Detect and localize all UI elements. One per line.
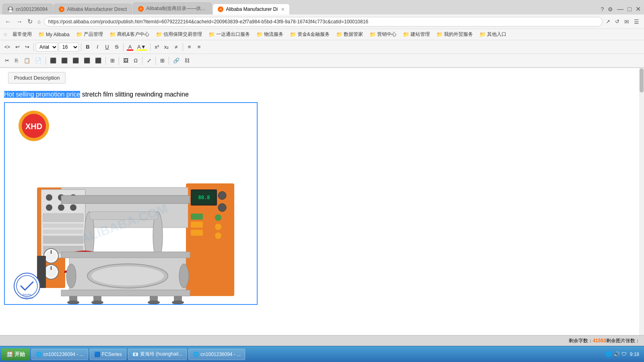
bookmark-trade[interactable]: 📁 我的外贸服务 — [435, 30, 475, 39]
bookmark-export-label: 一达通出口服务 — [216, 31, 250, 38]
forward-button[interactable]: → — [14, 17, 24, 26]
bookmark-credit[interactable]: 📁 信用保障交易管理 — [154, 30, 204, 39]
scrollbar-track[interactable] — [639, 68, 644, 335]
bookmark-logistics[interactable]: 📁 物流服务 — [255, 30, 285, 39]
undo-button[interactable]: ↩ — [13, 43, 22, 51]
strikethrough-button[interactable]: S — [112, 43, 121, 51]
sep11 — [169, 57, 169, 65]
outdent-button[interactable]: ≡ — [195, 43, 204, 51]
folder-icon6: 📁 — [256, 31, 263, 37]
svg-text:Supplier: Supplier — [23, 293, 31, 296]
taskbar-system-icons: 🌐 🔊 🛡 9:18 — [605, 351, 642, 357]
sep1 — [33, 43, 34, 51]
status-right: 剩余字数：41553剩余图片张数： — [569, 337, 640, 344]
font-size-select[interactable]: 16 — [59, 43, 79, 51]
window-close-button[interactable]: ✕ — [634, 4, 642, 14]
product-description-tab[interactable]: Product Description — [8, 72, 66, 84]
align-center-button[interactable]: ⬛ — [59, 56, 70, 65]
redo-button[interactable]: ↪ — [23, 43, 31, 51]
paste-text-button[interactable]: 📄 — [33, 56, 43, 65]
tab-profile[interactable]: cn1001236094 — [2, 4, 53, 14]
bookmark-data[interactable]: 📁 数据管家 — [334, 30, 365, 39]
window-minimize-button[interactable]: — — [615, 5, 625, 14]
taskbar-item-cn1001[interactable]: 🌐 cn1001236094 - ... — [31, 349, 88, 360]
network-icon[interactable]: 🌐 — [605, 351, 612, 357]
back-button[interactable]: ← — [3, 17, 13, 26]
bookmark-product[interactable]: 📁 产品管理 — [74, 30, 105, 39]
tab-bar: cn1001236094 A Alibaba Manufacturer Dire… — [0, 0, 644, 14]
font-color-button[interactable]: A — [126, 43, 134, 51]
table2-button[interactable]: ⊞ — [158, 56, 167, 65]
bookmark-export[interactable]: 📁 一达通出口服务 — [207, 30, 252, 39]
source-button[interactable]: <> — [2, 43, 12, 51]
taskbar-item-huang[interactable]: 📧 黄海玲 (huanghail... — [128, 349, 187, 360]
menu-button[interactable]: ☰ — [632, 18, 641, 26]
copy-button[interactable]: ⎘ — [12, 56, 21, 65]
align-left-button[interactable]: ⬛ — [48, 56, 58, 65]
folder-icon3: 📁 — [109, 31, 116, 37]
bookmark-star-icon: ☆ — [3, 32, 8, 37]
window-maximize-button[interactable]: □ — [626, 5, 633, 14]
address-bar[interactable] — [44, 17, 603, 27]
bookmark-marketing[interactable]: 📁 营销中心 — [368, 30, 398, 39]
indent-button[interactable]: ≡ — [185, 43, 194, 51]
security-icon[interactable]: 🛡 — [621, 351, 627, 357]
bookmark-finance[interactable]: 📁 资金&金融服务 — [288, 30, 331, 39]
table-button[interactable]: ⊞ — [108, 56, 117, 65]
home-button[interactable]: ⌂ — [36, 18, 42, 25]
bold-button[interactable]: B — [83, 43, 92, 51]
machine-display: XHD — [5, 103, 258, 304]
scrollbar-thumb[interactable] — [640, 68, 644, 93]
svg-rect-27 — [191, 214, 203, 220]
folder-icon4: 📁 — [156, 31, 162, 37]
superscript-button[interactable]: x² — [153, 43, 161, 51]
tab-alibaba-direct[interactable]: A Alibaba Manufacturer Direct — [54, 4, 132, 14]
window-help-button[interactable]: ? — [599, 5, 606, 13]
bookmark-myalibaba[interactable]: 📁 My Alibaba — [37, 31, 71, 38]
unlink-button[interactable]: ⛓ — [182, 56, 192, 65]
image-container[interactable]: XHD — [4, 102, 258, 305]
volume-icon[interactable]: 🔊 — [613, 351, 620, 357]
bookmark-site[interactable]: 📁 建站管理 — [401, 30, 431, 39]
image-button[interactable]: 🖼 — [121, 56, 130, 65]
link-button[interactable]: 🔗 — [171, 56, 182, 65]
sep4 — [150, 43, 151, 51]
underline-button[interactable]: U — [103, 43, 111, 51]
taskbar-item-cn2[interactable]: 🌐 cn1001236094 - ... — [188, 349, 245, 360]
tab1-label: cn1001236094 — [16, 6, 47, 12]
external-link-button[interactable]: ↗ — [604, 18, 612, 25]
paste-button[interactable]: 📋 — [22, 56, 32, 65]
window-settings-button[interactable]: ⚙ — [606, 5, 615, 13]
bookmark-other[interactable]: 📁 其他入口 — [478, 30, 508, 39]
line-height-button[interactable]: ⬛ — [93, 56, 103, 65]
editor-body[interactable]: Hot selling promotion price stretch film… — [0, 91, 644, 306]
strikethrough2-button[interactable]: ≠ — [172, 43, 181, 51]
tab-alibaba-catalog[interactable]: A Alibaba制造商目录——供应商 — [133, 2, 212, 14]
tab-active[interactable]: A Alibaba Manufacturer Di ✕ — [213, 4, 290, 14]
bookmark-product-label: 产品管理 — [84, 31, 103, 38]
align-right-button[interactable]: ⬛ — [70, 56, 81, 65]
align-justify-button[interactable]: ⬛ — [82, 56, 92, 65]
bg-color-button[interactable]: A▼ — [135, 43, 148, 51]
reload-button[interactable]: ↺ — [613, 18, 621, 25]
svg-point-0 — [9, 7, 12, 10]
bookmark-business[interactable]: 📁 商机&客户中心 — [108, 30, 151, 39]
subscript-button[interactable]: x₂ — [162, 43, 171, 51]
refresh-button[interactable]: ↻ — [26, 17, 34, 26]
cut-button[interactable]: ✂ — [2, 56, 11, 65]
taskbar-time: 9:18 — [630, 352, 639, 357]
start-button[interactable]: 🪟 开始 — [2, 348, 30, 360]
taskbar-item-fc[interactable]: 🟦 FCSeries — [90, 349, 126, 360]
folder-icon10: 📁 — [403, 31, 409, 37]
italic-button[interactable]: I — [93, 43, 102, 51]
mail-button[interactable]: ✉ — [623, 18, 631, 26]
editor-toolbar-2: ✂ ⎘ 📋 📄 ⬛ ⬛ ⬛ ⬛ ⬛ ⊞ 🖼 Ω ⤢ ⊞ 🔗 ⛓ — [0, 54, 644, 68]
font-family-select[interactable]: Arial — [36, 43, 58, 51]
fullscreen-button[interactable]: ⤢ — [144, 56, 153, 65]
bookmark-site-label: 建站管理 — [411, 31, 430, 38]
bookmark-frequent[interactable]: 最常使用 — [11, 30, 33, 39]
tab4-close-button[interactable]: ✕ — [281, 7, 285, 12]
heading-line[interactable]: Hot selling promotion price stretch film… — [4, 91, 640, 98]
svg-point-40 — [91, 266, 164, 286]
symbol-button[interactable]: Ω — [131, 56, 140, 65]
